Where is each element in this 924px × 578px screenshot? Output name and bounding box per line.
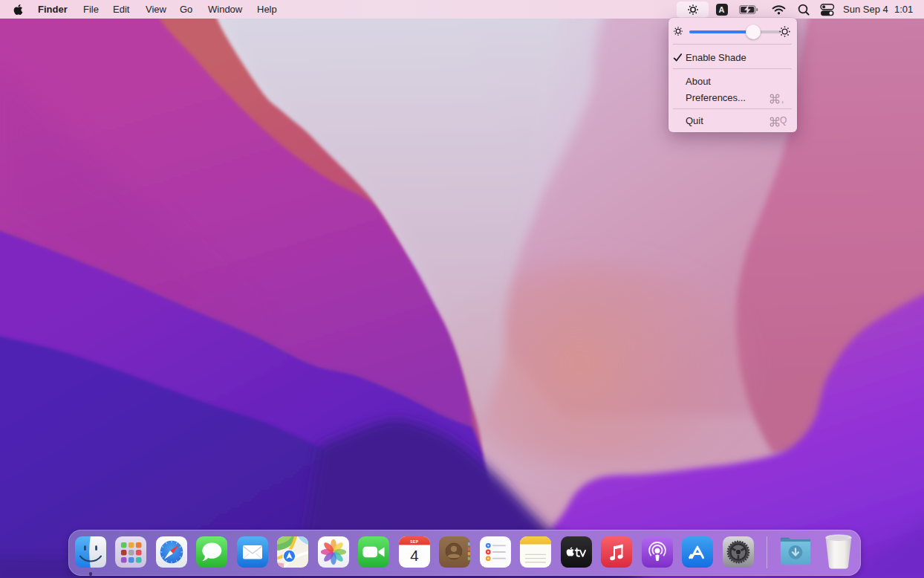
- svg-text:SEP: SEP: [410, 540, 419, 544]
- svg-text:4: 4: [410, 547, 418, 564]
